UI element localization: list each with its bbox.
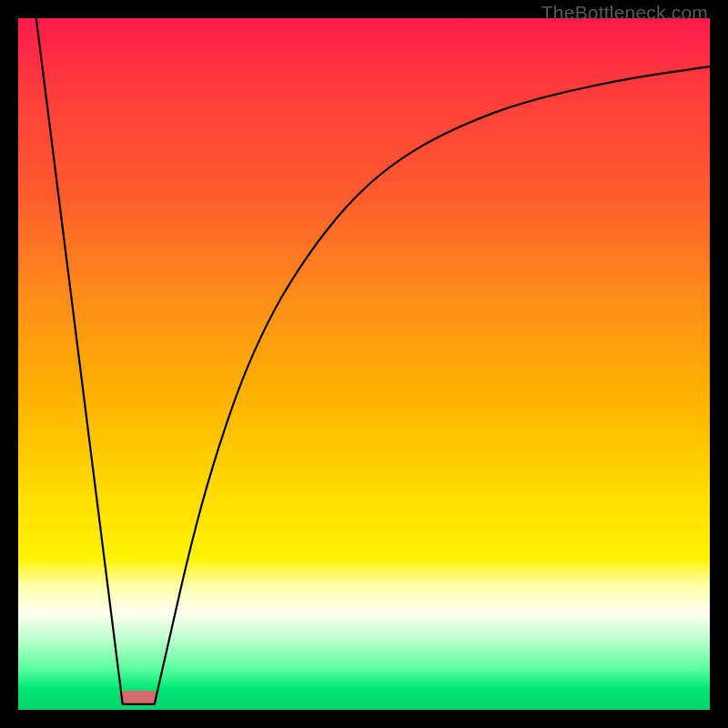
bottleneck-curve (18, 18, 710, 710)
chart-frame: TheBottleneck.com (0, 0, 728, 728)
curve-path (36, 18, 710, 704)
